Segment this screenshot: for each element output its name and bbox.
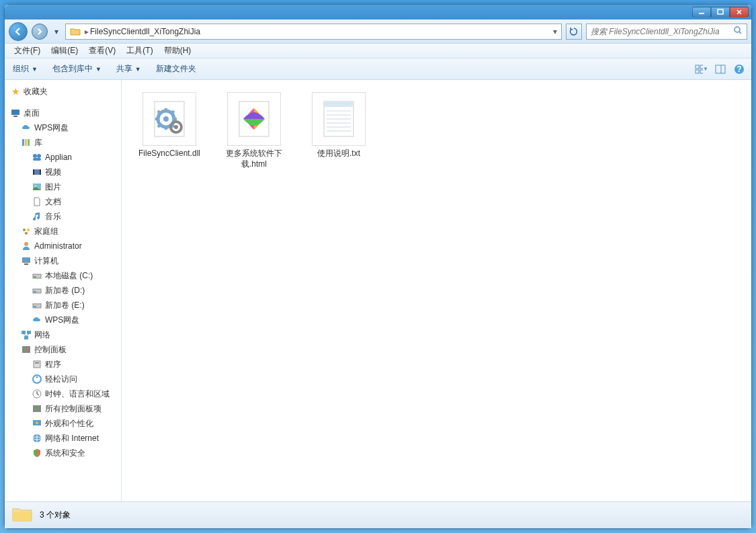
search-icon[interactable] <box>733 26 743 37</box>
sidebar-item-label: 音乐 <box>45 211 61 222</box>
cloud-icon <box>32 315 42 325</box>
sidebar-item-label: WPS网盘 <box>45 315 79 326</box>
preview-pane-button[interactable] <box>714 63 727 76</box>
nav-history-dropdown[interactable]: ▾ <box>52 26 61 37</box>
sidebar-homegroup[interactable]: 家庭组 <box>5 224 121 239</box>
breadcrumb-current[interactable]: FileSyncClientdll_XiTongZhiJia <box>90 27 200 36</box>
sidebar-item-label: 新加卷 (E:) <box>45 300 85 311</box>
sidebar-clock-lang[interactable]: 时钟、语言和区域 <box>5 386 121 401</box>
folder-icon <box>11 505 33 526</box>
share-button[interactable]: 共享▼ <box>114 62 144 76</box>
music-icon <box>32 211 42 222</box>
breadcrumb-separator-icon[interactable]: ▸ <box>85 27 89 36</box>
clock-icon <box>32 388 42 399</box>
computer-icon <box>21 255 32 266</box>
sidebar-videos[interactable]: 视频 <box>5 165 121 179</box>
forward-button[interactable] <box>32 24 48 40</box>
sidebar-item-label: 视频 <box>45 167 61 178</box>
explorer-window: ▾ ▸ FileSyncClientdll_XiTongZhiJia ▾ 文件(… <box>4 4 752 529</box>
svg-rect-36 <box>34 306 36 307</box>
share-label: 共享 <box>116 63 132 75</box>
sidebar-documents[interactable]: 文档 <box>5 194 121 209</box>
search-box[interactable] <box>586 24 747 40</box>
menu-bar: 文件(F) 编辑(E) 查看(V) 工具(T) 帮助(H) <box>5 44 751 58</box>
library-icon <box>21 137 32 148</box>
drive-icon <box>32 270 42 281</box>
window-controls <box>692 7 749 17</box>
sidebar-item-label: Applian <box>45 153 72 162</box>
sidebar-music[interactable]: 音乐 <box>5 209 121 224</box>
refresh-button[interactable] <box>566 24 582 40</box>
sidebar-wps-drive[interactable]: WPS网盘 <box>5 313 121 327</box>
txt-icon <box>312 92 366 146</box>
menu-view[interactable]: 查看(V) <box>83 44 121 58</box>
menu-edit[interactable]: 编辑(E) <box>46 44 83 58</box>
nav-bar: ▾ ▸ FileSyncClientdll_XiTongZhiJia ▾ <box>5 19 751 44</box>
sidebar-wps[interactable]: WPS网盘 <box>5 120 121 135</box>
sidebar-programs[interactable]: 程序 <box>5 357 121 372</box>
menu-help[interactable]: 帮助(H) <box>159 44 197 58</box>
search-input[interactable] <box>591 27 733 36</box>
sidebar-all-cpl[interactable]: 所有控制面板项 <box>5 401 121 416</box>
svg-point-58 <box>174 125 178 129</box>
file-item[interactable]: 更多系统软件下载.html <box>214 88 294 173</box>
organize-button[interactable]: 组织▼ <box>10 62 40 76</box>
sidebar-administrator[interactable]: Administrator <box>5 239 121 253</box>
sidebar-ddrive[interactable]: 新加卷 (D:) <box>5 283 121 298</box>
svg-rect-18 <box>33 158 41 161</box>
newfolder-label: 新建文件夹 <box>156 63 196 75</box>
back-button[interactable] <box>9 22 28 41</box>
svg-rect-29 <box>23 258 30 262</box>
sidebar-computer[interactable]: 计算机 <box>5 253 121 268</box>
organize-label: 组织 <box>13 63 29 75</box>
sidebar-applian[interactable]: Applian <box>5 150 121 165</box>
sidebar-ease-access[interactable]: 轻松访问 <box>5 372 121 386</box>
sidebar-item-label: 系统和安全 <box>45 448 85 459</box>
status-bar: 3 个对象 <box>5 501 751 528</box>
appearance-icon <box>32 418 42 429</box>
svg-rect-12 <box>13 116 17 117</box>
sidebar-network[interactable]: 网络 <box>5 327 121 342</box>
svg-point-46 <box>36 376 38 378</box>
svg-point-27 <box>24 242 28 246</box>
minimize-button[interactable] <box>692 7 711 17</box>
title-bar[interactable] <box>5 5 751 19</box>
sidebar-libraries[interactable]: 库 <box>5 135 121 150</box>
address-dropdown[interactable]: ▾ <box>550 27 560 36</box>
sidebar-pictures[interactable]: 图片 <box>5 179 121 194</box>
svg-point-49 <box>36 407 38 410</box>
sidebar-item-label: 时钟、语言和区域 <box>45 388 110 400</box>
svg-rect-39 <box>24 336 28 339</box>
sidebar-desktop[interactable]: 桌面 <box>5 106 121 120</box>
sidebar-item-label: 轻松访问 <box>45 374 77 385</box>
sidebar-favorites[interactable]: ★收藏夹 <box>5 84 121 99</box>
menu-file[interactable]: 文件(F) <box>9 44 46 58</box>
sidebar-item-label: 桌面 <box>24 108 40 119</box>
sidebar-net-internet[interactable]: 网络和 Internet <box>5 431 121 446</box>
sidebar-system-security[interactable]: 系统和安全 <box>5 446 121 460</box>
help-button[interactable]: ? <box>732 63 746 76</box>
navigation-pane[interactable]: ★收藏夹 桌面 WPS网盘 库 Applian 视频 图片 文档 音乐 家庭组 … <box>5 80 122 501</box>
file-item[interactable]: FileSyncClient.dll <box>130 88 209 163</box>
maximize-button[interactable] <box>711 7 730 17</box>
desktop-icon <box>10 108 21 118</box>
sidebar-control-panel[interactable]: 控制面板 <box>5 342 121 357</box>
svg-rect-43 <box>34 361 40 368</box>
menu-tools[interactable]: 工具(T) <box>121 44 158 58</box>
sidebar-edrive[interactable]: 新加卷 (E:) <box>5 298 121 313</box>
svg-rect-32 <box>34 276 36 278</box>
sidebar-appearance[interactable]: 外观和个性化 <box>5 416 121 431</box>
include-library-button[interactable]: 包含到库中▼ <box>50 62 104 76</box>
address-bar[interactable]: ▸ FileSyncClientdll_XiTongZhiJia ▾ <box>65 24 562 40</box>
sidebar-item-label: 网络 <box>34 329 50 341</box>
svg-rect-1 <box>718 9 723 14</box>
file-name: FileSyncClient.dll <box>138 149 200 159</box>
file-item[interactable]: 使用说明.txt <box>299 88 378 163</box>
sidebar-cdrive[interactable]: 本地磁盘 (C:) <box>5 268 121 283</box>
close-button[interactable] <box>730 7 749 17</box>
drive-icon <box>32 285 42 296</box>
new-folder-button[interactable]: 新建文件夹 <box>153 62 199 76</box>
view-mode-button[interactable]: ▼ <box>695 63 708 76</box>
file-list[interactable]: FileSyncClient.dll 更多系统软件下载.html 使用说明.tx… <box>122 80 751 501</box>
svg-rect-11 <box>11 110 19 115</box>
